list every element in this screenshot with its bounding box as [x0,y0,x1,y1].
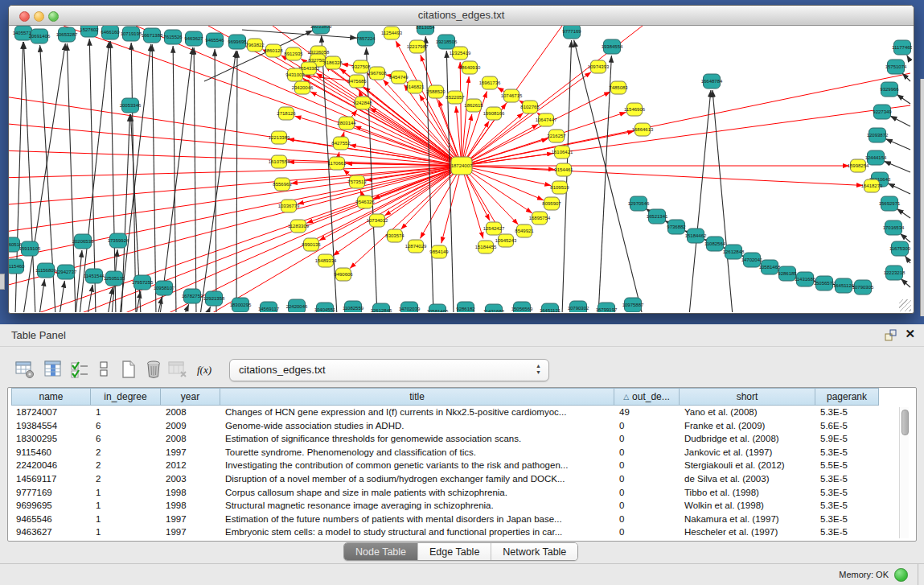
show-columns-button[interactable] [42,358,64,381]
graph-node-label: 18724007 [451,163,473,168]
graph-node-label: 18300295 [230,303,252,307]
table-cell-out-de-: 0 [614,432,680,446]
table-row[interactable]: 969969511998Structural magnetic resonanc… [11,499,895,513]
graph-node-label: 9327508 [351,64,371,69]
table-row[interactable]: 2242004622012Investigating the contribut… [11,459,895,472]
function-builder-button[interactable]: f(x) [194,358,216,381]
table-cell-in-degree: 1 [91,513,161,526]
table-cell-pagerank: 5.3E-5 [815,499,879,513]
network-window-titlebar[interactable]: citations_edges.txt [9,6,914,26]
table-row[interactable]: 977716911998Corpus callosum shape and si… [11,486,895,500]
table-cell-in-degree: 6 [91,432,161,446]
graph-node-label: 10975887 [622,303,644,307]
graph-edge [713,90,733,312]
graph-node-label: 10734012 [367,218,388,223]
table-select[interactable]: citations_edges.txt ▲▼ [229,359,549,381]
graph-node-label: 9854149 [429,249,449,254]
graph-node-label: 9286185 [778,271,797,276]
graph-edge [462,73,910,166]
status-divider [918,564,918,585]
column-header-in-degree[interactable]: in_degree [91,388,161,406]
window-resize-grip[interactable] [899,299,911,311]
table-tabs: Node TableEdge TableNetwork Table [343,542,578,561]
graph-node-label: 7615526 [163,35,183,39]
graph-edge [897,94,910,104]
table-row[interactable]: 911546021997Tourette syndrome. Phenomeno… [11,446,895,459]
tab-edge-table[interactable]: Edge Table [417,543,491,560]
table-select-value: citations_edges.txt [239,364,326,376]
graph-node-label: 15692971 [879,201,901,206]
graph-node-label: 14569117 [258,307,280,311]
graph-node-label: 9146821 [405,84,425,89]
graph-node-label: 18640910 [459,65,481,70]
memory-ok-indicator [894,568,908,582]
table-row[interactable]: 946362711997Embryonic stem cells: a mode… [11,525,895,539]
graph-node-label: 17957255 [132,280,154,285]
graph-edge [574,40,643,312]
float-panel-icon[interactable] [884,328,897,342]
delete-table-button[interactable] [166,358,189,381]
graph-node-label: 11082559 [343,306,364,311]
table-cell-name: 9699695 [11,499,91,513]
graph-edge [9,123,462,166]
column-header-pagerank[interactable]: pagerank [815,388,879,406]
graph-node-label: 15998254 [848,163,869,168]
table-cell-in-degree: 1 [91,499,161,513]
column-checklist-button[interactable] [68,358,91,381]
graph-node-label: 8303574 [385,233,405,238]
table-row[interactable]: 1830029562008Estimation of significance … [11,432,895,446]
graph-node-label: 12213389 [269,135,290,140]
graph-node-label: 8912935 [284,51,303,56]
table-row[interactable]: 946554611997Estimation of the future num… [11,513,895,526]
graph-node-label: 20053346 [120,103,142,108]
column-header-short[interactable]: short [680,388,815,406]
tab-node-table[interactable]: Node Table [344,543,417,560]
graph-node-label: 9777169 [562,29,581,34]
graph-node-label: 12542427 [483,226,505,231]
network-canvas-area[interactable]: 1872400714055712206914061065328715276026… [9,26,912,312]
column-header-year[interactable]: year [161,388,220,406]
table-cell-name: 9465546 [11,513,91,526]
table-cell-in-degree: 2 [91,459,161,472]
table-row[interactable]: 1872400712008Changes of HCN gene express… [11,406,895,419]
graph-node-label: 10581468 [759,265,781,270]
table-cell-name: 9463627 [11,525,91,539]
svg-text:f(x): f(x) [197,364,211,376]
tab-network-table[interactable]: Network Table [491,543,577,560]
table-cell-title: Disruption of a novel member of a sodium… [220,472,614,486]
table-cell-year: 1997 [161,446,220,459]
table-vertical-scrollbar[interactable] [899,407,909,538]
create-column-button[interactable] [117,358,140,381]
column-header-name[interactable]: name [11,388,91,406]
close-panel-icon[interactable]: ✕ [905,327,915,341]
graph-node-label: 6466160 [101,30,120,35]
table-cell-name: 18300295 [11,432,91,446]
row-merge-button[interactable] [92,358,115,381]
delete-column-button[interactable] [142,358,165,381]
graph-node-label: 16451121 [540,308,561,312]
graph-node-label: 12325419 [450,51,471,56]
column-header-out-de-[interactable]: △out_de... [614,388,680,406]
graph-node-label: 17359924 [108,238,129,243]
table-mode-button[interactable] [14,358,36,381]
graph-node-label: 16106421 [552,150,573,154]
table-cell-short: Franke et al. (2009) [680,419,815,433]
graph-node-label: 10790302 [568,306,589,311]
graph-edge [901,278,910,287]
table-cell-year: 2008 [161,432,220,446]
column-header-title[interactable]: title [220,388,614,406]
graph-node-label: 3216257 [547,134,566,138]
graph-node-label: 12223218 [884,270,906,275]
table-row[interactable]: 1456911722003Disruption of a novel membe… [11,472,895,486]
background-window-edge [0,274,5,290]
graph-node-label: 16107554 [269,159,290,164]
graph-node-label: 9463627 [184,36,203,41]
table-row[interactable]: 1938455462009Genome-wide association stu… [11,419,895,433]
graph-edge [207,307,211,312]
table-cell-pagerank: 5.3E-5 [815,406,879,419]
table-cell-short: Dudbridge et al. (2008) [680,432,815,446]
scrollbar-thumb[interactable] [901,410,909,435]
collapsed-panel-edge [920,79,924,316]
network-canvas[interactable]: 1872400714055712206914061065328715276026… [9,26,912,312]
graph-node-label: 12217987 [407,44,429,49]
